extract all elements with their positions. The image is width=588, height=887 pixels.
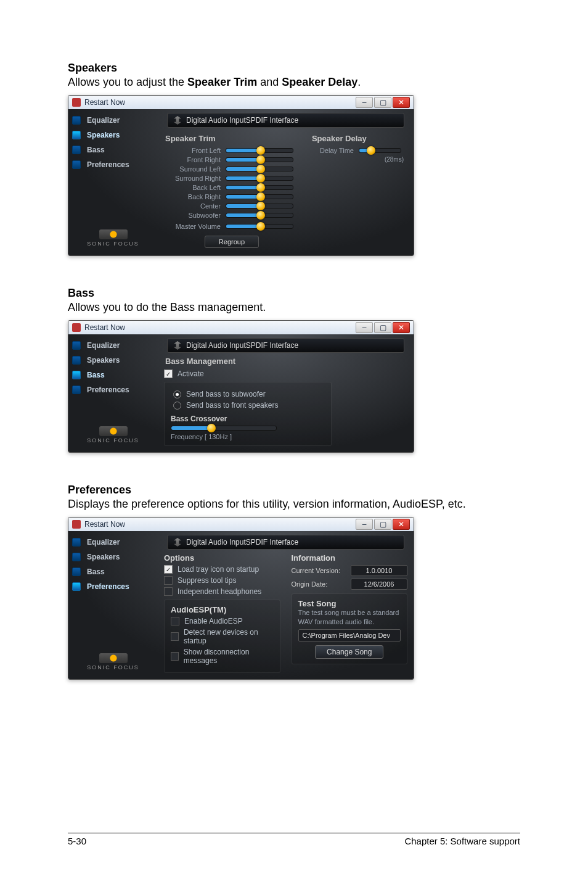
master-volume-slider[interactable]: [226, 224, 293, 229]
tray-icon-checkbox[interactable]: ✓Load tray icon on startup: [164, 565, 280, 574]
device-selector[interactable]: Digital Audio InputSPDIF Interface: [167, 113, 404, 128]
tab-bass[interactable]: Bass: [68, 368, 158, 382]
section-speakers: Speakers Allows you to adjust the Speake…: [68, 62, 520, 256]
device-selector[interactable]: Digital Audio InputSPDIF Interface: [167, 338, 404, 353]
tab-label: Preferences: [87, 160, 129, 169]
minimize-button[interactable]: –: [356, 322, 373, 333]
t: and: [257, 76, 282, 88]
bass-description: Allows you to do the Bass management.: [68, 301, 520, 314]
updown-icon: [174, 341, 181, 350]
tab-preferences[interactable]: Preferences: [68, 382, 158, 397]
tab-label: Equalizer: [87, 341, 120, 350]
trim-back-right-slider[interactable]: [226, 194, 293, 199]
window-titlebar[interactable]: Restart Now – ▢ ✕: [68, 518, 414, 531]
maximize-button[interactable]: ▢: [374, 322, 391, 333]
tab-icon: [72, 116, 81, 125]
trim-label: Back Right: [164, 193, 226, 200]
minimize-button[interactable]: –: [356, 519, 373, 530]
options-header: Options: [164, 553, 280, 563]
trim-center-slider[interactable]: [226, 204, 293, 208]
t: Speaker Delay: [282, 76, 357, 88]
checkbox-icon: ✓: [164, 369, 173, 378]
checkbox-label: Load tray icon on startup: [178, 565, 259, 574]
bass-to-subwoofer-radio[interactable]: Send bass to subwoofer: [173, 390, 325, 398]
window-title: Restart Now: [84, 323, 125, 332]
trim-surround-left-slider[interactable]: [226, 167, 293, 171]
regroup-button[interactable]: Regroup: [205, 236, 259, 248]
test-song-path[interactable]: C:\Program Files\Analog Dev: [298, 629, 401, 642]
trim-label: Subwoofer: [164, 212, 226, 219]
tab-label: Equalizer: [87, 116, 120, 125]
tab-label: Speakers: [87, 356, 120, 365]
section-preferences: Preferences Displays the preference opti…: [68, 484, 520, 680]
tab-label: Speakers: [87, 131, 120, 139]
checkbox-label: Enable AudioESP: [184, 617, 243, 625]
updown-icon: [174, 538, 181, 547]
checkbox-icon: [164, 587, 173, 596]
independent-headphones-checkbox[interactable]: Independent headphones: [164, 587, 280, 596]
tab-speakers[interactable]: Speakers: [68, 128, 158, 142]
window-title: Restart Now: [84, 98, 125, 107]
section-bass: Bass Allows you to do the Bass managemen…: [68, 287, 520, 453]
maximize-button[interactable]: ▢: [374, 97, 391, 108]
window-titlebar[interactable]: Restart Now – ▢ ✕: [68, 96, 414, 109]
brand-text: SONIC FOCUS: [87, 664, 139, 670]
close-button[interactable]: ✕: [393, 519, 410, 530]
radio-icon: [173, 402, 181, 410]
sidebar: Equalizer Speakers Bass Preferences SONI…: [68, 531, 158, 679]
app-icon: [72, 323, 81, 332]
trim-label: Front Left: [164, 147, 226, 154]
checkbox-icon: [171, 617, 179, 625]
trim-front-right-slider[interactable]: [226, 157, 293, 162]
page-number: 5-30: [68, 836, 86, 846]
enable-audioesp-checkbox[interactable]: Enable AudioESP: [171, 617, 274, 625]
device-label: Digital Audio InputSPDIF Interface: [186, 116, 298, 125]
tab-equalizer[interactable]: Equalizer: [68, 113, 158, 128]
checkbox-label: Detect new devices on startup: [184, 628, 274, 645]
checkbox-icon: [164, 576, 173, 585]
close-button[interactable]: ✕: [393, 322, 410, 333]
test-song-description: The test song must be a standard WAV for…: [298, 608, 401, 627]
device-selector[interactable]: Digital Audio InputSPDIF Interface: [167, 535, 404, 550]
tab-preferences[interactable]: Preferences: [68, 579, 158, 594]
delay-time-slider[interactable]: [359, 148, 401, 153]
maximize-button[interactable]: ▢: [374, 519, 391, 530]
trim-subwoofer-slider[interactable]: [226, 213, 293, 218]
checkbox-icon: [171, 632, 179, 641]
preferences-description: Displays the preference options for this…: [68, 498, 520, 511]
close-button[interactable]: ✕: [393, 97, 410, 108]
suppress-tips-checkbox[interactable]: Suppress tool tips: [164, 576, 280, 585]
trim-front-left-slider[interactable]: [226, 148, 293, 153]
tab-equalizer[interactable]: Equalizer: [68, 535, 158, 550]
tab-bass[interactable]: Bass: [68, 142, 158, 157]
tab-speakers[interactable]: Speakers: [68, 353, 158, 368]
brand-logo: SONIC FOCUS: [68, 415, 158, 452]
speakers-heading: Speakers: [68, 62, 520, 75]
tab-icon: [72, 160, 81, 169]
show-disconnect-checkbox[interactable]: Show disconnection messages: [171, 648, 274, 665]
tab-speakers[interactable]: Speakers: [68, 550, 158, 564]
trim-label: Front Right: [164, 156, 226, 163]
bass-to-front-radio[interactable]: Send bass to front speakers: [173, 401, 325, 410]
window-titlebar[interactable]: Restart Now – ▢ ✕: [68, 321, 414, 334]
tab-icon: [72, 146, 81, 154]
delay-value: (28ms): [311, 156, 407, 163]
trim-back-left-slider[interactable]: [226, 185, 293, 190]
bass-crossover-slider[interactable]: [171, 426, 277, 431]
radio-icon: [173, 390, 181, 398]
tab-preferences[interactable]: Preferences: [68, 157, 158, 172]
activate-checkbox[interactable]: ✓Activate: [164, 369, 407, 378]
minimize-button[interactable]: –: [356, 97, 373, 108]
trim-label: Master Volume: [164, 223, 226, 230]
tab-equalizer[interactable]: Equalizer: [68, 338, 158, 353]
tab-label: Preferences: [87, 386, 129, 394]
tab-bass[interactable]: Bass: [68, 564, 158, 579]
trim-surround-right-slider[interactable]: [226, 176, 293, 181]
delay-label: Delay Time: [311, 147, 359, 154]
origin-date-value: 12/6/2006: [351, 579, 407, 590]
change-song-button[interactable]: Change Song: [315, 645, 383, 659]
device-label: Digital Audio InputSPDIF Interface: [186, 341, 298, 350]
detect-devices-checkbox[interactable]: Detect new devices on startup: [171, 628, 274, 645]
tab-icon: [72, 341, 81, 350]
wings-icon: [99, 653, 128, 663]
